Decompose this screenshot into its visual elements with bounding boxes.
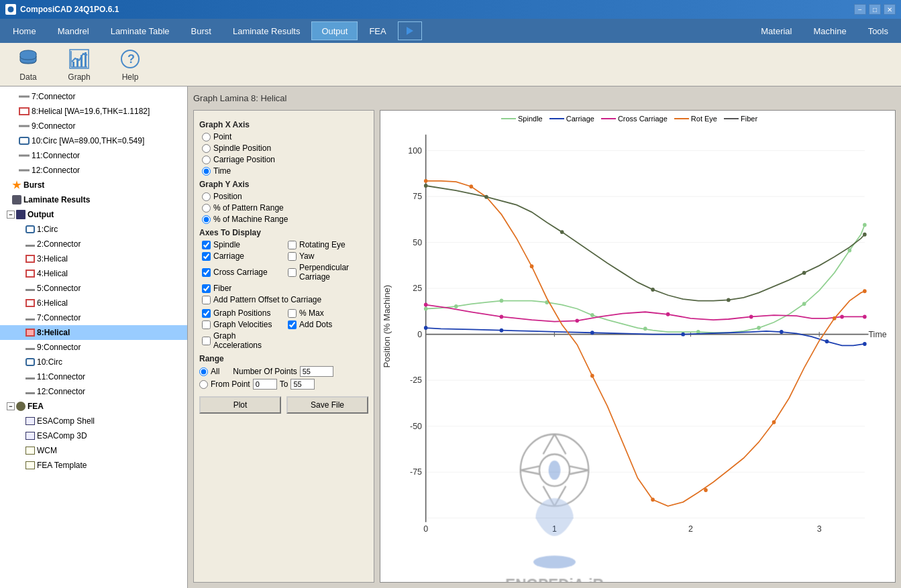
tree-esacomp-shell[interactable]: ESAComp Shell <box>0 414 187 428</box>
svg-point-49 <box>802 302 806 306</box>
tree-10circ[interactable]: 10:Circ <box>0 355 187 369</box>
y-pct-machine[interactable]: % of Machine Range <box>202 215 368 224</box>
tree-wcm[interactable]: WCM <box>0 443 187 458</box>
cb-pct-max[interactable]: % Max <box>288 308 368 318</box>
tree-1circ[interactable]: 1:Circ <box>0 222 187 237</box>
fea-expand[interactable]: − <box>7 402 15 410</box>
tree-burst[interactable]: Burst <box>0 178 187 192</box>
cb-graph-accelerations[interactable]: Graph Accelerations <box>202 331 282 350</box>
svg-point-80 <box>802 271 806 275</box>
menu-fea[interactable]: FEA <box>359 21 396 40</box>
x-spindle-pos[interactable]: Spindle Position <box>202 143 368 153</box>
action-buttons: Plot Save File <box>199 396 368 414</box>
to-input[interactable] <box>290 379 315 390</box>
menu-laminate-table[interactable]: Laminate Table <box>101 21 180 40</box>
tree-11connector[interactable]: 11:Connector <box>0 369 187 384</box>
graph-icon <box>67 47 91 71</box>
cb-cross-carriage[interactable]: Cross Carriage <box>202 263 282 282</box>
maximize-button[interactable]: □ <box>869 4 881 15</box>
data-label: Data <box>19 72 36 82</box>
svg-text:100: 100 <box>408 145 422 156</box>
x-carriage-pos[interactable]: Carriage Position <box>202 155 368 164</box>
tree-esacomp-3d[interactable]: ESAComp 3D <box>0 428 187 443</box>
output-expand[interactable]: − <box>7 211 15 219</box>
range-from-row: From Point To <box>199 379 368 390</box>
y-position[interactable]: Position <box>202 192 368 201</box>
cb-add-dots[interactable]: Add Dots <box>288 320 368 329</box>
tree-fea-template[interactable]: FEA Template <box>0 458 187 473</box>
toolbar-help[interactable]: ? Help <box>113 44 148 84</box>
x-axis-label: Graph X Axis <box>199 120 368 129</box>
cb-perp-carriage[interactable]: Perpendicular Carriage <box>288 263 368 282</box>
tree-4helical[interactable]: 4:Helical <box>0 266 187 281</box>
range-from-radio[interactable] <box>199 380 208 389</box>
main-area: 7:Connector 8:Helical [WA=19.6,THK=1.118… <box>0 86 901 588</box>
toolbar-graph[interactable]: Graph <box>62 44 97 84</box>
x-point[interactable]: Point <box>202 132 368 141</box>
cb-yaw[interactable]: Yaw <box>288 251 368 261</box>
svg-text:-25: -25 <box>410 375 422 385</box>
tree-5connector[interactable]: 5:Connector <box>0 281 187 296</box>
tree-6helical[interactable]: 6:Helical <box>0 296 187 310</box>
cb-spindle[interactable]: Spindle <box>202 240 282 249</box>
tree-item-10circ-top[interactable]: 10:Circ [WA=89.00,THK=0.549] <box>0 133 187 148</box>
tree-12connector[interactable]: 12:Connector <box>0 384 187 399</box>
cb-fiber[interactable]: Fiber <box>202 284 282 293</box>
svg-point-63 <box>749 314 753 318</box>
menu-burst[interactable]: Burst <box>181 21 221 40</box>
tree-3helical[interactable]: 3:Helical <box>0 251 187 266</box>
svg-text:?: ? <box>127 52 135 66</box>
menu-mandrel[interactable]: Mandrel <box>48 21 99 40</box>
tree-8helical-selected[interactable]: 8:Helical <box>0 325 187 340</box>
tree-item-11connector-top[interactable]: 11:Connector <box>0 148 187 163</box>
svg-text:-50: -50 <box>410 421 422 431</box>
range-all-radio[interactable] <box>199 367 208 376</box>
minimize-button[interactable]: − <box>854 4 866 15</box>
tree-item-8helical-top[interactable]: 8:Helical [WA=19.6,THK=1.1182] <box>0 104 187 119</box>
close-button[interactable]: ✕ <box>884 4 896 15</box>
tree-2connector[interactable]: 2:Connector <box>0 237 187 251</box>
y-pct-pattern[interactable]: % of Pattern Range <box>202 203 368 213</box>
svg-point-57 <box>825 339 829 343</box>
menu-machine[interactable]: Machine <box>804 21 857 40</box>
num-points-input[interactable] <box>300 366 333 377</box>
tree-item-9connector-top[interactable]: 9:Connector <box>0 119 187 133</box>
menu-output[interactable]: Output <box>311 21 358 40</box>
tree-fea[interactable]: − FEA <box>0 399 187 414</box>
tree-item-12connector-top[interactable]: 12:Connector <box>0 163 187 178</box>
menu-laminate-results[interactable]: Laminate Results <box>223 21 310 40</box>
svg-point-43 <box>500 299 504 303</box>
cb-rotating-eye[interactable]: Rotating Eye <box>288 240 368 249</box>
cb-carriage[interactable]: Carriage <box>202 251 282 261</box>
app-title: ComposiCAD 24Q1PO.6.1 <box>5 4 119 15</box>
chart-legend: Spindle Carriage Cross Carriage Rot Eye <box>501 115 757 123</box>
svg-marker-1 <box>407 27 413 35</box>
axes-display-label: Axes To Display <box>199 228 368 237</box>
svg-text:0: 0 <box>417 329 422 339</box>
toolbar-data[interactable]: Data <box>11 44 46 84</box>
menu-material[interactable]: Material <box>751 21 802 40</box>
save-file-button[interactable]: Save File <box>286 396 368 414</box>
window-controls[interactable]: − □ ✕ <box>854 4 896 15</box>
menubar: Home Mandrel Laminate Table Burst Lamina… <box>0 19 901 43</box>
from-point-input[interactable] <box>253 379 277 390</box>
cb-graph-positions[interactable]: Graph Positions <box>202 308 282 318</box>
panel-area: Graph X Axis Point Spindle Position Carr… <box>193 110 896 583</box>
tree-output[interactable]: − Output <box>0 207 187 222</box>
tree-laminate-results[interactable]: Laminate Results <box>0 192 187 207</box>
graph-title: Graph Lamina 8: Helical <box>193 92 896 105</box>
svg-point-64 <box>840 314 844 318</box>
tree-item-7connector-top[interactable]: 7:Connector <box>0 89 187 104</box>
run-button[interactable] <box>398 21 422 40</box>
tree-7connector[interactable]: 7:Connector <box>0 310 187 325</box>
menu-tools[interactable]: Tools <box>858 21 898 40</box>
tree-9connector[interactable]: 9:Connector <box>0 340 187 355</box>
menu-home[interactable]: Home <box>3 21 46 40</box>
svg-point-60 <box>500 314 504 318</box>
cb-graph-velocities[interactable]: Graph Velocities <box>202 320 282 329</box>
plot-button[interactable]: Plot <box>199 396 281 414</box>
x-time[interactable]: Time <box>202 166 368 176</box>
cb-add-pattern[interactable]: Add Pattern Offset to Carriage <box>202 295 368 304</box>
svg-point-81 <box>863 233 867 237</box>
legend-rot-eye: Rot Eye <box>674 115 717 123</box>
